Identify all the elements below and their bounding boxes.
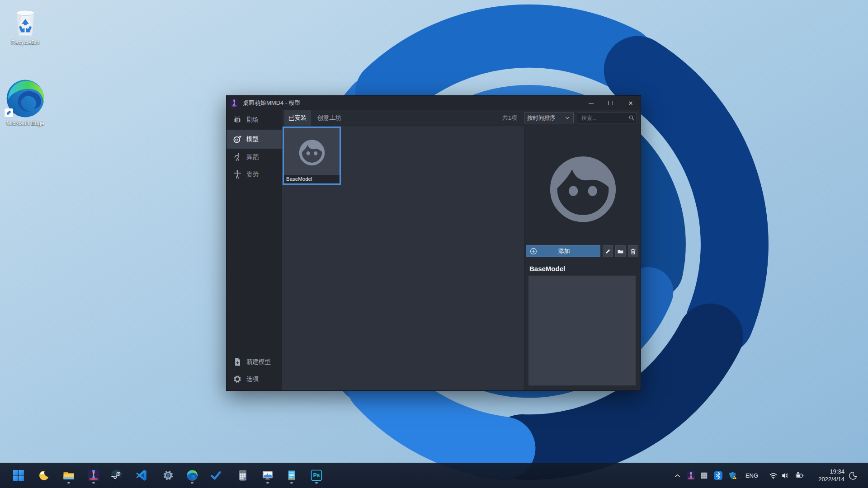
recycle-bin-icon [8, 3, 43, 38]
tray-icon-focus-assist[interactable] [847, 470, 858, 481]
close-button[interactable]: ✕ [621, 96, 641, 110]
add-button-label: 添加 [537, 247, 591, 255]
item-count: 共1项 [502, 114, 517, 122]
maximize-button[interactable] [601, 96, 621, 110]
tab-workshop[interactable]: 创意工坊 [313, 110, 346, 126]
model-card-basemodel[interactable]: BaseModel [283, 127, 341, 185]
settings-gear-icon [162, 469, 174, 481]
sidebar-item-pose[interactable]: 姿势 [226, 166, 282, 183]
model-card-label: BaseModel [284, 175, 340, 183]
sidebar-item-theater[interactable]: 剧场 [226, 111, 282, 128]
tray-language-indicator[interactable]: ENG [744, 463, 760, 488]
tray-icon-mmd-app[interactable] [685, 470, 696, 481]
plus-circle-icon [530, 248, 537, 255]
grid-app-icon [700, 471, 708, 480]
pencil-icon [604, 248, 611, 255]
sidebar-item-label: 新建模型 [246, 358, 271, 366]
steam-icon [111, 469, 123, 481]
pose-icon [233, 170, 242, 179]
running-indicator [191, 482, 193, 483]
chevron-down-icon [564, 115, 571, 121]
tray-icon-speaker[interactable] [780, 470, 791, 481]
model-thumbnail [284, 128, 340, 175]
running-indicator [315, 482, 318, 483]
wifi-icon [769, 471, 778, 480]
taskbar-icon-edge[interactable] [183, 466, 201, 484]
sidebar-item-label: 选项 [246, 375, 259, 383]
folder-icon [617, 248, 624, 255]
delete-button[interactable] [628, 245, 638, 257]
tray-icon-security-shield[interactable] [727, 470, 738, 481]
taskbar-icon-photoshop[interactable]: Ps [307, 466, 326, 484]
sidebar-item-label: 剧场 [246, 116, 259, 124]
shortcut-arrow-icon [5, 108, 13, 117]
taskbar-icon-file-explorer[interactable] [60, 466, 78, 484]
sidebar-item-dance[interactable]: 舞蹈 [226, 149, 282, 166]
notepad-icon [286, 469, 297, 481]
taskbar-icon-settings[interactable] [159, 466, 177, 484]
sort-value: 按时间排序 [527, 114, 556, 122]
search-icon[interactable] [628, 115, 635, 121]
weather-moon-icon [38, 469, 50, 481]
theater-icon [233, 115, 242, 124]
close-icon: ✕ [628, 100, 633, 106]
svg-text:Ps: Ps [313, 472, 320, 479]
bluetooth-icon [714, 471, 722, 480]
taskbar-icon-vscode[interactable] [132, 466, 151, 484]
mmd-app-icon [88, 469, 99, 481]
face-placeholder-icon [296, 135, 328, 168]
taskbar-icon-todo[interactable] [207, 466, 225, 484]
photoshop-icon: Ps [311, 469, 322, 481]
taskbar-icon-notepad[interactable] [283, 466, 301, 484]
main-area: 已安装 创意工坊 共1项 按时间排序 [282, 110, 641, 390]
sidebar-item-label: 姿势 [246, 170, 259, 178]
taskbar-icon-mmd-app[interactable] [85, 466, 103, 484]
clock-time: 19:34 [818, 468, 844, 475]
tray-show-hidden-icons[interactable] [672, 470, 683, 481]
speaker-icon [781, 471, 790, 480]
trash-icon [630, 248, 637, 255]
battery-charging-icon [795, 471, 804, 480]
taskbar-icon-calculator[interactable] [234, 466, 252, 484]
tab-installed[interactable]: 已安装 [284, 110, 311, 126]
start-button[interactable] [9, 466, 28, 484]
sidebar: 剧场 模型 舞蹈 [226, 110, 282, 390]
tray-clock[interactable]: 19:34 2022/4/14 [818, 468, 844, 483]
sidebar-separator [226, 129, 282, 129]
face-placeholder-icon-large [541, 144, 625, 228]
desktop-icon-label: RecycleBin [4, 39, 47, 46]
add-button[interactable]: 添加 [526, 245, 600, 257]
detail-model-name: BaseModel [529, 265, 565, 272]
desktop-icon-recycle-bin[interactable]: RecycleBin [4, 3, 47, 46]
tray-icon-battery[interactable] [793, 470, 806, 481]
vscode-icon [136, 469, 147, 481]
language-label: ENG [745, 472, 758, 479]
running-indicator [67, 482, 70, 483]
app-window-mmd: 桌面萌娘MMD4 - 模型 ✕ 剧场 [226, 95, 641, 391]
detail-panel: 添加 [524, 126, 641, 390]
tray-icon-grid-app[interactable] [698, 470, 709, 481]
running-indicator [266, 482, 269, 483]
sidebar-item-new-model[interactable]: 新建模型 [226, 353, 282, 371]
desktop-icon-microsoft-edge[interactable]: Microsoft Edge [4, 78, 47, 127]
tray-icon-bluetooth[interactable] [712, 470, 723, 481]
check-icon [210, 469, 222, 481]
open-folder-button[interactable] [615, 245, 626, 257]
taskbar: Ps [0, 463, 868, 488]
windows-start-icon [13, 469, 24, 481]
taskbar-icon-weather[interactable] [35, 466, 53, 484]
search-input[interactable] [580, 114, 628, 122]
edit-button[interactable] [603, 245, 613, 257]
minimize-button[interactable] [581, 96, 601, 110]
maximize-icon [609, 101, 613, 105]
toolbar: 已安装 创意工坊 共1项 按时间排序 [282, 110, 641, 126]
taskbar-icon-task-manager[interactable] [259, 466, 277, 484]
sidebar-item-model[interactable]: 模型 [226, 130, 282, 149]
sort-dropdown[interactable]: 按时间排序 [524, 113, 574, 123]
tray-icon-wifi[interactable] [768, 470, 778, 481]
sidebar-item-label: 模型 [246, 135, 259, 143]
sidebar-item-options[interactable]: 选项 [226, 371, 282, 388]
taskbar-icon-steam[interactable] [108, 466, 126, 484]
model-description-box [528, 276, 636, 385]
titlebar[interactable]: 桌面萌娘MMD4 - 模型 ✕ [226, 96, 641, 110]
